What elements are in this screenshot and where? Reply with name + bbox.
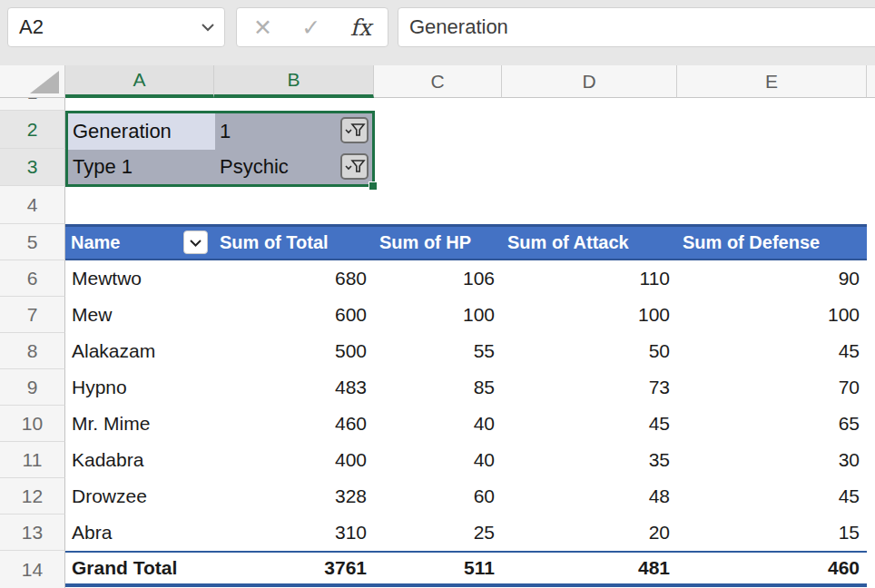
cell-attack[interactable]: 73 <box>502 369 677 406</box>
cell-hp[interactable]: 100 <box>374 297 502 333</box>
column-header-c[interactable]: C <box>374 65 502 98</box>
cell-attack[interactable]: 45 <box>502 406 677 442</box>
select-all-button[interactable] <box>0 65 65 98</box>
cell-name-hypno[interactable]: Hypno <box>65 369 214 406</box>
pivot-header-sum-of-hp[interactable]: Sum of HP <box>374 224 502 260</box>
grand-total-hp[interactable]: 511 <box>374 553 502 583</box>
cell-defense[interactable]: 45 <box>677 333 867 369</box>
row-header-11[interactable]: 11 <box>0 442 65 478</box>
formula-input[interactable]: Generation <box>398 7 875 47</box>
cell-a2-active[interactable]: Generation <box>68 113 215 150</box>
cell-attack[interactable]: 20 <box>502 514 677 551</box>
row-header-6[interactable]: 6 <box>0 260 65 297</box>
row-header-13[interactable]: 13 <box>0 514 65 551</box>
cell-hp[interactable]: 40 <box>374 406 502 442</box>
cell-defense[interactable]: 30 <box>677 442 867 478</box>
selection-a2-b3: Generation 1 Type 1 Psychic <box>65 111 375 187</box>
row-header-5[interactable]: 5 <box>0 224 65 260</box>
pivot-header-sum-of-total[interactable]: Sum of Total <box>214 224 374 260</box>
cell-attack[interactable]: 48 <box>502 478 677 514</box>
cell-name-abra[interactable]: Abra <box>65 514 214 551</box>
row-header-9[interactable]: 9 <box>0 369 65 406</box>
cell-name-mew[interactable]: Mew <box>65 297 214 333</box>
generation-filter-button[interactable] <box>340 117 369 143</box>
cell-name-drowzee[interactable]: Drowzee <box>65 478 214 514</box>
cell-name-mr-mime[interactable]: Mr. Mime <box>65 406 214 442</box>
grand-total-attack[interactable]: 481 <box>502 553 677 583</box>
cell-total[interactable]: 310 <box>214 514 374 551</box>
cell-defense[interactable]: 70 <box>677 369 867 406</box>
cell-total[interactable]: 400 <box>214 442 374 478</box>
pivot-header-sum-of-defense[interactable]: Sum of Defense <box>677 224 867 260</box>
formula-value: Generation <box>398 15 508 39</box>
row-header-14[interactable]: 14 <box>0 551 65 588</box>
cell-total[interactable]: 483 <box>214 369 374 406</box>
name-filter-dropdown-button[interactable] <box>183 230 208 254</box>
row-header-4[interactable]: 4 <box>0 186 65 224</box>
cell-hp[interactable]: 25 <box>374 514 502 551</box>
cell-reference: A2 <box>8 15 44 39</box>
cell-name-alakazam[interactable]: Alakazam <box>65 333 214 369</box>
confirm-icon[interactable]: ✓ <box>301 16 320 39</box>
formula-bar-strip: A2 ✕ ✓ fx Generation <box>0 0 875 65</box>
grand-total-bottom-border <box>65 583 867 587</box>
cell-name-kadabra[interactable]: Kadabra <box>65 442 214 478</box>
row-header-7[interactable]: 7 <box>0 297 65 333</box>
cell-defense[interactable]: 45 <box>677 478 867 514</box>
cell-attack[interactable]: 100 <box>502 297 677 333</box>
row-header-1[interactable]: 1 <box>0 98 65 111</box>
cell-attack[interactable]: 110 <box>502 260 677 297</box>
grand-total-label[interactable]: Grand Total <box>65 553 214 583</box>
cell-a3[interactable]: Type 1 <box>68 150 215 184</box>
name-box[interactable]: A2 <box>7 7 225 47</box>
row-header-3[interactable]: 3 <box>0 149 65 186</box>
select-all-triangle-icon <box>30 71 59 93</box>
column-header-d[interactable]: D <box>502 65 677 98</box>
cell-total[interactable]: 680 <box>214 260 374 297</box>
row-header-10[interactable]: 10 <box>0 406 65 442</box>
column-header-e[interactable]: E <box>677 65 867 98</box>
cell-hp[interactable]: 106 <box>374 260 502 297</box>
pivot-header-sum-of-attack[interactable]: Sum of Attack <box>502 224 677 260</box>
cell-hp[interactable]: 55 <box>374 333 502 369</box>
cell-defense[interactable]: 90 <box>677 260 867 297</box>
insert-function-icon[interactable]: fx <box>350 15 371 41</box>
cell-hp[interactable]: 60 <box>374 478 502 514</box>
excel-window: A2 ✕ ✓ fx Generation A B C D E 1 2 3 4 5… <box>0 0 875 588</box>
cell-defense[interactable]: 65 <box>677 406 867 442</box>
cell-name-mewtwo[interactable]: Mewtwo <box>65 260 214 297</box>
row-header-2[interactable]: 2 <box>0 111 65 149</box>
cell-total[interactable]: 328 <box>214 478 374 514</box>
grand-total-total[interactable]: 3761 <box>214 553 374 583</box>
cancel-icon[interactable]: ✕ <box>253 16 272 39</box>
column-header-a[interactable]: A <box>65 65 214 98</box>
cell-total[interactable]: 460 <box>214 406 374 442</box>
type1-filter-button[interactable] <box>340 153 369 180</box>
cell-attack[interactable]: 50 <box>502 333 677 369</box>
grand-total-defense[interactable]: 460 <box>677 553 867 583</box>
column-header-b[interactable]: B <box>214 65 374 98</box>
cell-total[interactable]: 600 <box>214 297 374 333</box>
cell-total[interactable]: 500 <box>214 333 374 369</box>
selection-fill-handle[interactable] <box>369 181 378 191</box>
cell-hp[interactable]: 40 <box>374 442 502 478</box>
cell-defense[interactable]: 100 <box>677 297 867 333</box>
row-header-8[interactable]: 8 <box>0 333 65 369</box>
cell-defense[interactable]: 15 <box>677 514 867 551</box>
column-header-f-sliver[interactable] <box>867 65 875 98</box>
row-header-12[interactable]: 12 <box>0 478 65 514</box>
name-box-chevron-down-icon[interactable] <box>201 22 215 33</box>
cell-hp[interactable]: 85 <box>374 369 502 406</box>
cell-attack[interactable]: 35 <box>502 442 677 478</box>
formula-button-group: ✕ ✓ fx <box>236 7 388 47</box>
